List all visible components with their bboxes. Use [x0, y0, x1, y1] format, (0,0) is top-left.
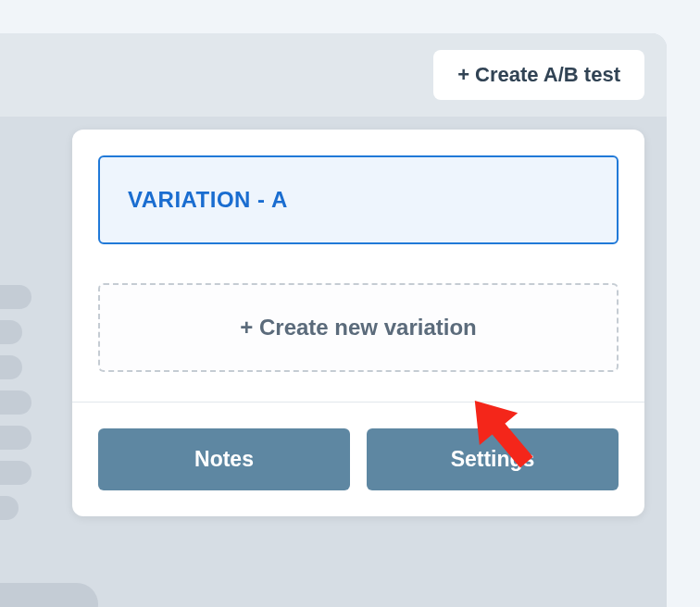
create-new-variation-button[interactable]: + Create new variation — [98, 283, 619, 372]
sidebar-placeholder-item — [0, 496, 19, 520]
sidebar-placeholder-item — [0, 355, 22, 379]
sidebar-placeholder-bottom — [0, 583, 98, 607]
panel-footer: Notes Settings — [98, 403, 619, 516]
variation-card-label: VARIATION - A — [128, 187, 589, 213]
sidebar-placeholder — [0, 285, 65, 531]
create-ab-test-button[interactable]: + Create A/B test — [433, 50, 644, 100]
sidebar-placeholder-item — [0, 461, 31, 485]
sidebar-placeholder-item — [0, 285, 31, 309]
settings-button[interactable]: Settings — [367, 428, 619, 490]
notes-button[interactable]: Notes — [98, 428, 350, 490]
sidebar-placeholder-item — [0, 426, 31, 450]
header-bar: + Create A/B test — [0, 33, 667, 117]
sidebar-placeholder-item — [0, 320, 22, 344]
variations-panel: VARIATION - A + Create new variation Not… — [72, 130, 644, 516]
variation-card-a[interactable]: VARIATION - A — [98, 155, 619, 244]
app-surface: + Create A/B test VARIATION - A + Create… — [0, 33, 667, 607]
sidebar-placeholder-item — [0, 390, 31, 415]
